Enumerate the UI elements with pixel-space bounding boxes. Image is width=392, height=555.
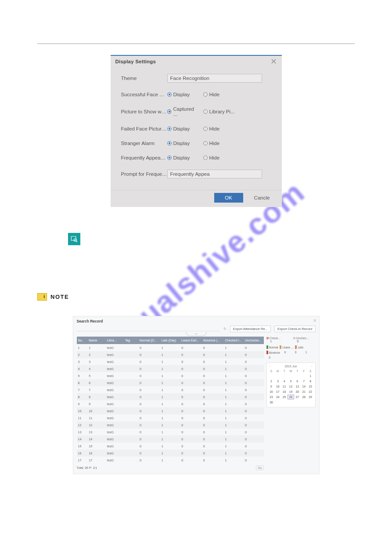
legend-leave-v: 0 [292, 351, 301, 354]
table-row[interactable]: 66test1010010 [77, 379, 264, 386]
table-row[interactable]: 88test1010010 [77, 393, 264, 400]
stat-uncheck-value: 0 [293, 340, 316, 343]
table-total: Total: 26 P: 1/1 [77, 466, 97, 469]
calendar-day[interactable]: 4 [281, 379, 287, 383]
page-header-rule [37, 26, 355, 44]
legend-late-v: 1 [303, 351, 312, 354]
cancel-button[interactable]: Cancle [248, 193, 277, 203]
calendar-day[interactable]: 2 [269, 379, 274, 383]
failed-display-radio[interactable]: Display [167, 126, 200, 131]
table-row[interactable]: 1010test1010010 [77, 407, 264, 414]
dialog-title: Display Settings [115, 59, 156, 64]
calendar-day[interactable]: 29 [308, 395, 313, 399]
calendar-day[interactable]: 27 [295, 395, 300, 399]
display-settings-dialog: Display Settings ✕ Theme Successful Face… [111, 55, 282, 207]
table-row[interactable]: 1313test1010010 [77, 428, 264, 435]
failed-face-label: Failed Face Picture ... [121, 126, 167, 131]
stat-check-value: 1 [266, 340, 289, 343]
calendar-day[interactable]: 16 [269, 390, 274, 394]
calendar-day[interactable]: 11 [281, 385, 287, 388]
calendar-day[interactable]: 13 [295, 385, 300, 388]
table-header: Name [87, 337, 105, 344]
table-row[interactable]: 1212test1010010 [77, 421, 264, 428]
table-header: Normal (D... [138, 337, 160, 344]
calendar-day[interactable]: 9 [269, 385, 274, 388]
table-header: Checked I... [223, 337, 243, 344]
library-radio[interactable]: Library Pi... [203, 109, 236, 114]
note-body: The feature is only available when Theme… [37, 303, 355, 310]
table-row[interactable]: 1414test1010010 [77, 435, 264, 443]
stranger-hide-radio[interactable]: Hide [203, 141, 236, 146]
theme-input[interactable] [167, 74, 262, 83]
stat-uncheck-label: Unchec... [296, 337, 309, 340]
table-row[interactable]: 1717test1010010 [77, 457, 264, 464]
table-header: Leave Earl... [180, 337, 202, 344]
calendar-day[interactable]: 6 [295, 379, 300, 383]
calendar-dow: S [308, 370, 313, 373]
calendar-day[interactable]: 8 [308, 379, 313, 383]
calendar-dow: M [275, 370, 281, 373]
calendar-day[interactable]: 20 [295, 390, 300, 394]
successful-hide-radio[interactable]: Hide [203, 92, 236, 97]
calendar-day[interactable]: 17 [275, 390, 281, 394]
successful-display-radio[interactable]: Display [167, 92, 200, 97]
prompt-freq-input[interactable] [167, 170, 262, 178]
freq-hide-radio[interactable]: Hide [203, 155, 236, 160]
table-row[interactable]: 1616test1010010 [77, 450, 264, 457]
export-checkin-button[interactable]: Export Check-in Record [274, 326, 316, 332]
table-header: Late (Day) [160, 337, 180, 344]
calendar-day[interactable]: 28 [301, 395, 307, 399]
panel-close-icon[interactable]: ✕ [313, 318, 316, 323]
svg-line-1 [76, 241, 77, 242]
calendar-day[interactable]: 19 [288, 390, 294, 394]
go-button[interactable]: Go [256, 465, 263, 470]
table-row[interactable]: 99test1010010 [77, 400, 264, 407]
export-attendance-button[interactable]: Export Attendance Re... [230, 326, 271, 332]
cal-next-icon[interactable]: › [310, 365, 313, 368]
cal-title: 2019 Jun [285, 365, 297, 368]
calendar-day[interactable]: 15 [308, 385, 313, 388]
stranger-display-radio[interactable]: Display [167, 141, 200, 146]
calendar-day[interactable]: 14 [301, 385, 307, 388]
calendar-dow: F [301, 370, 307, 373]
table-row[interactable]: 22test1010010 [77, 351, 264, 358]
table-row[interactable]: 44test1010010 [77, 365, 264, 372]
close-icon[interactable]: ✕ [270, 58, 277, 65]
calendar-day[interactable]: 22 [308, 390, 313, 394]
calendar-day[interactable]: 12 [288, 385, 294, 388]
table-row[interactable]: 77test1010010 [77, 386, 264, 393]
collapse-handle-icon[interactable] [186, 332, 207, 336]
calendar-day[interactable]: 23 [269, 395, 274, 399]
table-row[interactable]: 11test1010010 [77, 344, 264, 351]
calendar-day[interactable]: 18 [281, 390, 287, 394]
calendar-day[interactable]: 25 [281, 395, 287, 399]
calendar-day[interactable]: 10 [275, 385, 281, 388]
calendar-day[interactable]: 7 [301, 379, 307, 383]
failed-hide-radio[interactable]: Hide [203, 126, 236, 131]
table-header: No. [77, 337, 88, 344]
calendar-day[interactable]: 3 [275, 379, 281, 383]
table-header: Tag [124, 337, 138, 344]
legend-normal-v: 0 [282, 351, 291, 354]
table-row[interactable]: 55test1010010 [77, 372, 264, 379]
table-header: Libra... [106, 337, 124, 344]
calendar-day[interactable]: 5 [288, 379, 294, 383]
note-icon [37, 293, 47, 301]
calendar-day[interactable]: 26 [288, 395, 294, 399]
freq-display-radio[interactable]: Display [167, 155, 200, 160]
refresh-icon[interactable]: ↻ [223, 327, 227, 331]
stranger-alarm-label: Stranger Alarm [121, 141, 167, 146]
note-block: NOTE [37, 293, 355, 301]
cal-prev-icon[interactable]: ‹ [269, 365, 271, 368]
calendar-day[interactable]: 24 [275, 395, 281, 399]
table-row[interactable]: 1111test1010010 [77, 414, 264, 421]
calendar-day[interactable]: 1 [308, 374, 313, 378]
calendar-day[interactable]: 21 [301, 390, 307, 394]
table-row[interactable]: 1515test1010010 [77, 443, 264, 450]
table-header: Unchecke... [244, 337, 264, 344]
table-row[interactable]: 33test1010010 [77, 358, 264, 365]
calendar-day[interactable]: 30 [269, 400, 274, 404]
captured-radio[interactable]: Captured ... [167, 106, 200, 117]
svg-point-0 [74, 239, 76, 241]
ok-button[interactable]: OK [214, 193, 243, 203]
